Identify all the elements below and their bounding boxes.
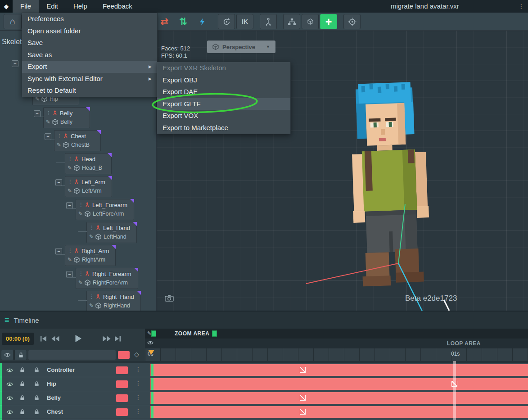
track-menu-icon[interactable]: ⋮ [135,380,141,387]
track-clip-bar[interactable] [145,392,528,404]
drag-handle-icon[interactable]: ⋮ [68,156,72,162]
hierarchy-icon[interactable] [283,14,300,29]
mirror-arrows-icon[interactable]: ⇄ [156,14,173,29]
file-menu-item-sync-with-external-editor[interactable]: Sync with External Editor▶ [22,73,157,85]
menubar-item-help[interactable]: Help [66,0,95,13]
track-color-swatch[interactable] [116,380,128,388]
file-menu-item-open-asset-folder[interactable]: Open asset folder [22,25,157,37]
mesh-cube-icon [52,119,58,125]
skeleton-node-right_arm[interactable]: ⋮Right_Arm✎RightArm [65,245,116,266]
skeleton-node-left_forearm[interactable]: ⋮Left_Forearm✎LeftForeArm [76,199,134,220]
file-menu-item-export[interactable]: Export▶ [22,61,157,73]
edit-mesh-icon[interactable]: ✎ [78,211,82,217]
root-collapse-toggle[interactable]: − [12,60,18,67]
home-button[interactable]: ⌂ [4,14,22,29]
timeline-tracks: Controller⋮Hip⋮Belly⋮Chest⋮⋮ [0,312,528,420]
mesh-name: Head_B [82,165,102,171]
file-menu-item-preferences[interactable]: Preferences [22,13,157,25]
edit-mesh-icon[interactable]: ✎ [89,234,93,240]
edit-mesh-icon[interactable]: ✎ [46,119,50,125]
export-menu-item-export-dae[interactable]: Export DAE [157,86,290,98]
track-transform-lock-toggle[interactable] [31,407,42,417]
export-menu-item-export-vox[interactable]: Export VOX [157,110,290,122]
drag-handle-icon[interactable]: ⋮ [78,271,82,276]
drag-handle-icon[interactable]: ⋮ [68,248,72,253]
collapse-toggle-chest[interactable]: − [45,133,51,140]
edit-mesh-icon[interactable]: ✎ [57,142,61,148]
track-menu-icon[interactable]: ⋮ [135,408,141,415]
file-menu-item-save[interactable]: Save [22,37,157,49]
menubar-item-file[interactable]: File [13,0,39,13]
export-menu-item-export-to-marketplace[interactable]: Export to Marketplace [157,122,290,134]
app-logo-icon: ◆ [0,0,13,13]
skeleton-node-head[interactable]: ⋮Head✎Head_B [65,153,112,174]
ik-icon[interactable]: IK [236,14,253,29]
edit-mesh-icon[interactable]: ✎ [68,257,72,263]
menubar-item-edit[interactable]: Edit [39,0,66,13]
track-color-swatch[interactable] [116,394,128,402]
window-menu-icon[interactable]: ⋮ [518,0,524,13]
loop-end-marker[interactable] [453,361,456,420]
menubar-item-feedback[interactable]: Feedback [95,0,140,13]
bone-icon [85,271,90,276]
track-lock-toggle[interactable] [16,379,28,389]
rotate-icon[interactable] [218,14,235,29]
collapse-toggle-left_forearm[interactable]: − [66,202,73,209]
track-clip-bar[interactable] [145,364,528,376]
drag-handle-icon[interactable]: ⋮ [89,225,93,230]
file-menu-item-save-as[interactable]: Save as [22,49,157,61]
skeleton-node-right_hand[interactable]: ⋮Right_Hand✎RightHand [86,291,141,311]
file-menu-item-reset-to-default[interactable]: Reset to Default [22,85,157,97]
track-lock-toggle[interactable] [16,393,28,403]
track-visibility-toggle[interactable] [4,407,15,417]
track-lock-toggle[interactable] [16,365,28,375]
mesh-row: ✎RightHand [89,301,134,310]
keyframe-marker[interactable] [300,395,306,401]
track-visibility-toggle[interactable] [4,365,15,375]
skeleton-node-left_hand[interactable]: ⋮Left_Hand✎LeftHand [86,222,137,243]
keyframe-marker[interactable] [300,409,306,415]
target-icon[interactable] [343,14,361,29]
edit-mesh-icon[interactable]: ✎ [89,303,93,309]
node-notch [133,222,137,226]
collapse-toggle-belly[interactable]: − [34,110,41,117]
edit-mesh-icon[interactable]: ✎ [68,188,72,194]
drag-handle-icon[interactable]: ⋮ [46,110,50,116]
flash-icon[interactable] [194,14,211,29]
track-transform-lock-toggle[interactable] [31,365,42,375]
skeleton-node-belly[interactable]: ⋮Belly✎Belly [43,107,90,128]
track-lock-toggle[interactable] [16,407,28,417]
screenshot-camera-icon[interactable] [165,294,174,302]
skeleton-node-chest[interactable]: ⋮Chest✎ChestB [54,130,101,151]
export-menu-item-export-gltf[interactable]: Export GLTF [157,98,290,110]
track-color-swatch[interactable] [116,408,128,416]
drag-handle-icon[interactable]: ⋮ [89,294,93,299]
skeleton-node-right_forearm[interactable]: ⋮Right_Forearm✎RightForeArm [76,268,138,289]
drag-handle-icon[interactable]: ⋮ [68,179,72,185]
skeleton-node-left_arm[interactable]: ⋮Left_Arm✎LeftArm [65,176,112,197]
track-transform-lock-toggle[interactable] [31,393,42,403]
track-clip-bar[interactable] [145,378,528,390]
edit-mesh-icon[interactable]: ✎ [68,165,72,171]
collapse-toggle-right_arm[interactable]: − [55,248,62,255]
keyframe-marker[interactable] [300,367,306,373]
drag-handle-icon[interactable]: ⋮ [57,133,61,139]
track-clip-bar[interactable] [145,406,528,418]
track-visibility-toggle[interactable] [4,379,15,389]
track-menu-icon[interactable]: ⋮ [135,366,141,373]
edit-mesh-icon[interactable]: ✎ [78,280,82,286]
drag-handle-icon[interactable]: ⋮ [78,202,82,208]
collapse-toggle-right_forearm[interactable]: − [66,271,73,278]
add-icon[interactable]: + [320,14,337,29]
track-label: Belly [47,394,61,401]
track-transform-lock-toggle[interactable] [31,379,42,389]
track-color-swatch[interactable] [116,366,128,374]
collapse-toggle-left_arm[interactable]: − [55,179,62,186]
armature-icon[interactable] [260,14,277,29]
track-menu-icon[interactable]: ⋮ [135,394,141,401]
export-menu-item-export-obj[interactable]: Export OBJ [157,74,290,86]
track-visibility-toggle[interactable] [4,393,15,403]
sort-arrows-icon[interactable]: ⇅ [175,14,192,29]
node-notch [108,176,112,180]
cube-icon[interactable] [302,14,319,29]
